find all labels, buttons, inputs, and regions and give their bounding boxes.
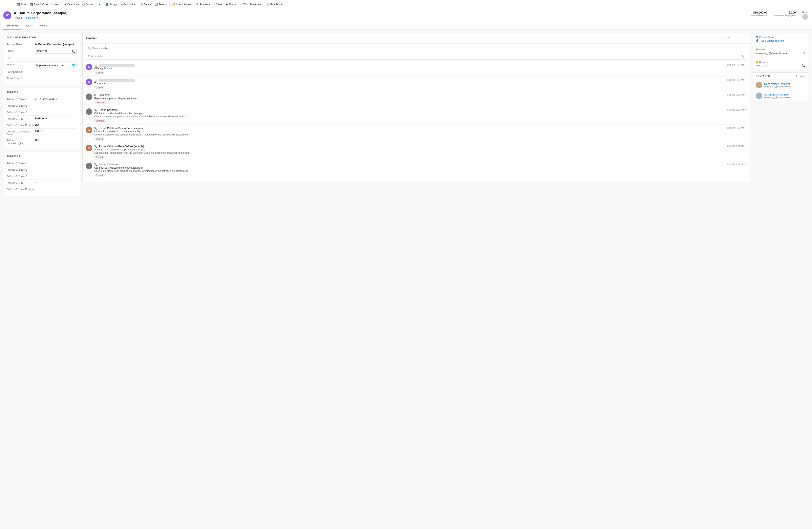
item-expand-5[interactable]: ▾ — [745, 127, 746, 129]
item-body-6: 📞 Phone Call from Rene Valdes (sample) 4… — [94, 145, 746, 159]
record-header: AD A. Datum Corporation (sample) Account… — [0, 9, 812, 22]
deactivate-button[interactable]: ⊗ Deactivate — [63, 2, 81, 7]
timeline-items: JL 📋 Donation from ██████████ 4/3/2021 2… — [83, 61, 750, 182]
item-subtitle-3: Replacement product shipped (sample) — [94, 97, 746, 100]
contacts-view-button[interactable]: ⊞ — [795, 75, 797, 77]
timeline-add-button[interactable]: + — [719, 35, 725, 41]
website-input[interactable] — [37, 63, 71, 67]
item-title-2: 📋 Donation from ██████████ — [94, 78, 134, 82]
field-value-addr2-street2: --- — [35, 168, 76, 171]
item-subtitle-2: Thank you — [94, 82, 746, 85]
item-title-4: 📞 Phone Call from — [94, 109, 117, 112]
item-avatar-5: SB — [86, 127, 92, 133]
save-close-icon: 💾 — [30, 3, 33, 6]
run-report-icon: 📊 — [266, 3, 270, 6]
phone-input[interactable] — [37, 50, 71, 53]
timeline-filter-button[interactable]: ⊽ — [726, 35, 732, 41]
address2-section: ADDRESS 2 Address 2: Street 1 --- Addres… — [3, 152, 80, 196]
field-addr2-street2: Address 2: Street 2 --- — [7, 167, 76, 173]
item-expand-1[interactable]: ▾ — [745, 63, 746, 67]
item-date-5: 4/3/2021 2:07 AM — [727, 127, 744, 129]
timeline-list-button[interactable]: ☰ — [734, 35, 739, 41]
item-expand-2[interactable]: ▾ — [745, 78, 746, 81]
share-icon: ↑ — [214, 3, 215, 6]
form-selector[interactable]: main form ▾ — [24, 16, 40, 20]
field-value-account-name: A. Datum Corporation (sample) — [35, 43, 76, 46]
word-templates-button[interactable]: 📄 Word Templates ▾ — [238, 2, 264, 7]
new-button[interactable]: + New — [50, 2, 61, 7]
field-value-zip: 78214 — [35, 130, 76, 133]
toolbar-divider-3 — [169, 2, 170, 7]
badge-3: Overdue — [94, 101, 106, 104]
process-button[interactable]: ⚙ Process ▾ — [194, 2, 212, 7]
run-report-button[interactable]: 📊 Run Report ▾ — [265, 2, 286, 7]
item-avatar-3 — [86, 94, 92, 100]
share-button[interactable]: ↑ Share — [212, 2, 224, 7]
item-expand-4[interactable]: ▾ — [745, 109, 746, 111]
field-label-country: Address 1: Country/Region — [7, 139, 35, 145]
email-link-button[interactable]: ✉ Email a Link — [119, 2, 138, 7]
item-expand-6[interactable]: ▾ — [745, 145, 746, 147]
phone-icon-4: 📞 — [94, 109, 98, 112]
primary-contact-name-link[interactable]: 👤 Rene Valdes (sample) — [756, 39, 805, 42]
item-header-6: 📞 Phone Call from Rene Valdes (sample) 4… — [94, 145, 746, 148]
account-info-section: ACCOUNT INFORMATION Account Name A. Datu… — [3, 33, 80, 85]
phone-icon-7: 📞 — [94, 163, 98, 166]
back-button[interactable]: ← — [2, 2, 7, 7]
item-meta-5: Closed — [94, 137, 746, 141]
email-copy-icon[interactable]: ⧉ — [803, 52, 805, 55]
contact-menu-2[interactable]: ⋮ — [802, 94, 805, 97]
field-value-fax: --- — [35, 56, 76, 59]
refresh-button[interactable]: 🔄 Refresh — [153, 2, 169, 7]
contacts-select-button[interactable]: Select — [799, 75, 805, 77]
connect-button[interactable]: ⚯ Connect — [81, 2, 96, 7]
note-input[interactable]: Enter a note... 📎 — [86, 53, 746, 60]
phone-icon[interactable]: 📞 — [72, 50, 75, 53]
item-expand-3[interactable]: ▾ — [745, 94, 746, 96]
field-label-street3: Address 1: Street 3 — [7, 111, 35, 114]
contact-menu-1[interactable]: ⋮ — [802, 83, 805, 87]
contact-name-2[interactable]: Susan Burk (sample) — [764, 93, 800, 96]
field-value-addr2-street3: --- — [35, 174, 76, 177]
flow-button[interactable]: ▶ Flow ▾ — [224, 2, 237, 7]
contact-avatar-1 — [756, 82, 762, 88]
timeline-search[interactable]: 🔍 — [86, 46, 746, 51]
check-access-button[interactable]: 🔑 Check Access — [170, 2, 193, 7]
field-label-fax: Fax — [7, 56, 35, 60]
assign-button[interactable]: 👤 Assign — [104, 2, 118, 7]
field-value-parent-account: --- — [35, 70, 76, 73]
item-subtitle-6: Schedule a maintenance appointment (samp… — [94, 148, 746, 151]
item-title-3: ✉ Email from — [94, 94, 110, 97]
item-meta-4: Overdue — [94, 119, 746, 123]
field-label-street1: Address 1: Street 1 — [7, 98, 35, 101]
forward-button[interactable]: → — [8, 2, 13, 7]
tab-details[interactable]: Details — [21, 22, 36, 29]
field-label-website: Website — [7, 63, 35, 66]
contact-label-icon: 👤 — [756, 36, 758, 38]
record-subtitle: Account main form ▾ — [14, 16, 751, 20]
timeline-more-button[interactable]: ⋯ — [741, 35, 746, 41]
tab-summary[interactable]: Summary — [3, 22, 21, 29]
save-button[interactable]: 💾 Save — [15, 2, 28, 7]
badge-5: Closed — [94, 137, 104, 141]
list-item: RV 📞 Phone Call from Rene Valdes (sample… — [86, 143, 746, 161]
email-icon: ✉ — [94, 94, 97, 97]
word-templates-icon: 📄 — [240, 3, 243, 6]
save-close-button[interactable]: 💾 Save & Close — [28, 2, 50, 7]
field-input-phone[interactable]: 📞 — [35, 49, 76, 54]
website-icon[interactable]: 🌐 — [72, 63, 75, 67]
field-input-website[interactable]: 🌐 — [35, 63, 76, 68]
toolbar-divider-4 — [193, 2, 194, 7]
item-expand-7[interactable]: ▾ — [745, 163, 746, 166]
item-date-4: 4/3/2021 2:07 AM — [727, 109, 744, 111]
tab-related[interactable]: Related — [36, 22, 52, 29]
field-value-country: U.S. — [35, 139, 76, 142]
contact-item-1: Rene Valdes (sample) someone_i@example.c… — [752, 80, 809, 90]
timeline-search-input[interactable] — [92, 47, 744, 50]
contact-name-1[interactable]: Rene Valdes (sample) — [764, 82, 800, 85]
contact-item-2: Susan Burk (sample) someone_i@example.co… — [752, 90, 809, 101]
delete-button[interactable]: 🗑 Delete — [139, 2, 153, 7]
field-account-name: Account Name A. Datum Corporation (sampl… — [7, 41, 76, 48]
toolbar-dropdown-arrow-1[interactable]: ▼ — [97, 2, 102, 7]
business-call-icon[interactable]: 📞 — [802, 64, 805, 67]
